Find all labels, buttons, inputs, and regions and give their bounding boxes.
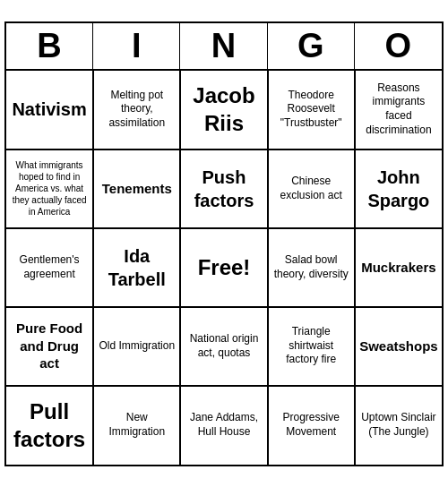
- bingo-cell-18[interactable]: Triangle shirtwaist factory fire: [268, 307, 355, 386]
- bingo-cell-1[interactable]: Melting pot theory, assimilation: [93, 71, 180, 150]
- header-o: O: [355, 23, 442, 69]
- bingo-grid: NativismMelting pot theory, assimilation…: [6, 71, 442, 465]
- bingo-cell-20[interactable]: Pull factors: [6, 386, 93, 465]
- bingo-cell-16[interactable]: Old Immigration: [93, 307, 180, 386]
- bingo-cell-15[interactable]: Pure Food and Drug act: [6, 307, 93, 386]
- bingo-cell-2[interactable]: Jacob Riis: [180, 71, 267, 150]
- bingo-cell-12[interactable]: Free!: [180, 228, 267, 307]
- header-n: N: [180, 23, 267, 69]
- bingo-cell-5[interactable]: What immigrants hoped to find in America…: [6, 150, 93, 228]
- bingo-cell-17[interactable]: National origin act, quotas: [180, 307, 267, 386]
- bingo-cell-14[interactable]: Muckrakers: [355, 228, 442, 307]
- bingo-cell-3[interactable]: Theodore Roosevelt "Trustbuster": [268, 71, 355, 150]
- header-b: B: [6, 23, 93, 69]
- bingo-cell-23[interactable]: Progressive Movement: [268, 386, 355, 465]
- bingo-cell-19[interactable]: Sweatshops: [355, 307, 442, 386]
- bingo-cell-4[interactable]: Reasons immigrants faced discrimination: [355, 71, 442, 150]
- bingo-header: B I N G O: [6, 23, 442, 71]
- header-g: G: [268, 23, 355, 69]
- bingo-cell-0[interactable]: Nativism: [6, 71, 93, 150]
- bingo-cell-9[interactable]: John Spargo: [355, 150, 442, 228]
- bingo-cell-13[interactable]: Salad bowl theory, diversity: [268, 228, 355, 307]
- bingo-cell-8[interactable]: Chinese exclusion act: [268, 150, 355, 228]
- header-i: I: [93, 23, 180, 69]
- bingo-cell-10[interactable]: Gentlemen's agreement: [6, 228, 93, 307]
- bingo-cell-11[interactable]: Ida Tarbell: [93, 228, 180, 307]
- bingo-cell-7[interactable]: Push factors: [180, 150, 267, 228]
- bingo-cell-22[interactable]: Jane Addams, Hull House: [180, 386, 267, 465]
- bingo-cell-24[interactable]: Uptown Sinclair (The Jungle): [355, 386, 442, 465]
- bingo-cell-6[interactable]: Tenements: [93, 150, 180, 228]
- bingo-cell-21[interactable]: New Immigration: [93, 386, 180, 465]
- bingo-card: B I N G O NativismMelting pot theory, as…: [4, 21, 444, 466]
